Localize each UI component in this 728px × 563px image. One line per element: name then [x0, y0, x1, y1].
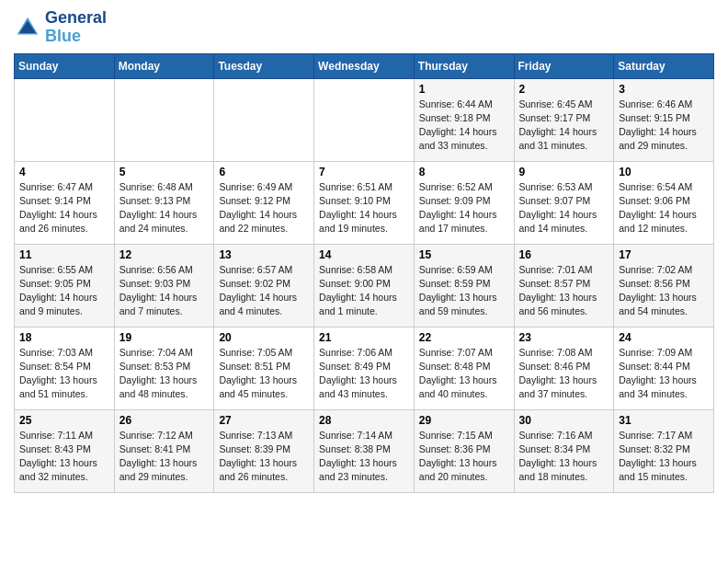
- day-info: Sunrise: 6:55 AM Sunset: 9:05 PM Dayligh…: [19, 263, 109, 319]
- weekday-header-row: SundayMondayTuesdayWednesdayThursdayFrid…: [15, 53, 714, 78]
- calendar-cell: 24Sunrise: 7:09 AM Sunset: 8:44 PM Dayli…: [614, 327, 714, 409]
- day-info: Sunrise: 6:49 AM Sunset: 9:12 PM Dayligh…: [219, 180, 309, 236]
- calendar-cell: [114, 78, 214, 161]
- day-info: Sunrise: 7:12 AM Sunset: 8:41 PM Dayligh…: [119, 429, 210, 485]
- day-number: 10: [619, 166, 709, 178]
- calendar-cell: 2Sunrise: 6:45 AM Sunset: 9:17 PM Daylig…: [514, 78, 614, 161]
- day-info: Sunrise: 6:54 AM Sunset: 9:06 PM Dayligh…: [619, 180, 709, 236]
- weekday-tuesday: Tuesday: [214, 53, 314, 78]
- calendar-cell: 31Sunrise: 7:17 AM Sunset: 8:32 PM Dayli…: [614, 409, 714, 492]
- day-info: Sunrise: 7:16 AM Sunset: 8:34 PM Dayligh…: [519, 429, 609, 485]
- calendar-cell: 1Sunrise: 6:44 AM Sunset: 9:18 PM Daylig…: [414, 78, 514, 161]
- calendar-cell: 16Sunrise: 7:01 AM Sunset: 8:57 PM Dayli…: [514, 244, 614, 327]
- day-number: 3: [619, 83, 709, 96]
- calendar-cell: 27Sunrise: 7:13 AM Sunset: 8:39 PM Dayli…: [214, 409, 314, 492]
- calendar-cell: 4Sunrise: 6:47 AM Sunset: 9:14 PM Daylig…: [15, 161, 115, 244]
- calendar-cell: 28Sunrise: 7:14 AM Sunset: 8:38 PM Dayli…: [314, 409, 415, 492]
- day-number: 22: [419, 331, 509, 344]
- day-number: 15: [419, 248, 509, 261]
- calendar-cell: 23Sunrise: 7:08 AM Sunset: 8:46 PM Dayli…: [514, 327, 614, 409]
- day-number: 30: [519, 414, 609, 427]
- day-info: Sunrise: 7:05 AM Sunset: 8:51 PM Dayligh…: [219, 346, 309, 402]
- calendar-cell: 25Sunrise: 7:11 AM Sunset: 8:43 PM Dayli…: [15, 409, 115, 492]
- day-number: 4: [19, 166, 109, 178]
- day-number: 8: [419, 166, 509, 178]
- day-info: Sunrise: 6:53 AM Sunset: 9:07 PM Dayligh…: [519, 180, 609, 236]
- calendar-cell: 20Sunrise: 7:05 AM Sunset: 8:51 PM Dayli…: [214, 327, 314, 409]
- day-number: 9: [519, 166, 609, 178]
- day-info: Sunrise: 6:47 AM Sunset: 9:14 PM Dayligh…: [19, 180, 109, 236]
- calendar-cell: 14Sunrise: 6:58 AM Sunset: 9:00 PM Dayli…: [314, 244, 415, 327]
- calendar-cell: 22Sunrise: 7:07 AM Sunset: 8:48 PM Dayli…: [414, 327, 514, 409]
- day-number: 31: [619, 414, 709, 427]
- day-number: 26: [119, 414, 210, 427]
- day-info: Sunrise: 7:08 AM Sunset: 8:46 PM Dayligh…: [519, 346, 609, 402]
- day-number: 19: [119, 331, 210, 344]
- calendar-cell: 29Sunrise: 7:15 AM Sunset: 8:36 PM Dayli…: [414, 409, 514, 492]
- calendar-cell: 26Sunrise: 7:12 AM Sunset: 8:41 PM Dayli…: [114, 409, 214, 492]
- weekday-monday: Monday: [114, 53, 214, 78]
- calendar-cell: 18Sunrise: 7:03 AM Sunset: 8:54 PM Dayli…: [15, 327, 115, 409]
- day-number: 18: [19, 331, 109, 344]
- day-info: Sunrise: 6:44 AM Sunset: 9:18 PM Dayligh…: [419, 98, 509, 154]
- day-number: 25: [19, 414, 109, 427]
- day-number: 12: [119, 248, 210, 261]
- day-number: 17: [619, 248, 709, 261]
- day-number: 14: [319, 248, 409, 261]
- day-info: Sunrise: 6:48 AM Sunset: 9:13 PM Dayligh…: [119, 180, 210, 236]
- week-row-2: 4Sunrise: 6:47 AM Sunset: 9:14 PM Daylig…: [15, 161, 714, 244]
- weekday-wednesday: Wednesday: [314, 53, 415, 78]
- day-number: 21: [319, 331, 409, 344]
- day-number: 29: [419, 414, 509, 427]
- day-info: Sunrise: 7:09 AM Sunset: 8:44 PM Dayligh…: [619, 346, 709, 402]
- calendar-body: 1Sunrise: 6:44 AM Sunset: 9:18 PM Daylig…: [15, 78, 714, 492]
- day-info: Sunrise: 7:06 AM Sunset: 8:49 PM Dayligh…: [319, 346, 409, 402]
- calendar-cell: 13Sunrise: 6:57 AM Sunset: 9:02 PM Dayli…: [214, 244, 314, 327]
- calendar-cell: 7Sunrise: 6:51 AM Sunset: 9:10 PM Daylig…: [314, 161, 415, 244]
- week-row-1: 1Sunrise: 6:44 AM Sunset: 9:18 PM Daylig…: [15, 78, 714, 161]
- day-number: 2: [519, 83, 609, 96]
- day-info: Sunrise: 7:04 AM Sunset: 8:53 PM Dayligh…: [119, 346, 210, 402]
- weekday-thursday: Thursday: [414, 53, 514, 78]
- day-info: Sunrise: 6:46 AM Sunset: 9:15 PM Dayligh…: [619, 98, 709, 154]
- calendar-cell: 8Sunrise: 6:52 AM Sunset: 9:09 PM Daylig…: [414, 161, 514, 244]
- calendar-cell: 5Sunrise: 6:48 AM Sunset: 9:13 PM Daylig…: [114, 161, 214, 244]
- calendar-cell: 9Sunrise: 6:53 AM Sunset: 9:07 PM Daylig…: [514, 161, 614, 244]
- calendar-cell: 15Sunrise: 6:59 AM Sunset: 8:59 PM Dayli…: [414, 244, 514, 327]
- page-header: General Blue: [14, 9, 714, 46]
- calendar-cell: 12Sunrise: 6:56 AM Sunset: 9:03 PM Dayli…: [114, 244, 214, 327]
- day-info: Sunrise: 6:45 AM Sunset: 9:17 PM Dayligh…: [519, 98, 609, 154]
- calendar-cell: [214, 78, 314, 161]
- calendar-cell: 21Sunrise: 7:06 AM Sunset: 8:49 PM Dayli…: [314, 327, 415, 409]
- day-number: 5: [119, 166, 210, 178]
- day-number: 11: [19, 248, 109, 261]
- weekday-saturday: Saturday: [614, 53, 714, 78]
- calendar-cell: 17Sunrise: 7:02 AM Sunset: 8:56 PM Dayli…: [614, 244, 714, 327]
- logo-text: General Blue: [45, 9, 107, 46]
- logo-icon: [14, 14, 41, 41]
- day-number: 28: [319, 414, 409, 427]
- day-info: Sunrise: 7:02 AM Sunset: 8:56 PM Dayligh…: [619, 263, 709, 319]
- calendar-cell: 10Sunrise: 6:54 AM Sunset: 9:06 PM Dayli…: [614, 161, 714, 244]
- week-row-5: 25Sunrise: 7:11 AM Sunset: 8:43 PM Dayli…: [15, 409, 714, 492]
- day-info: Sunrise: 6:51 AM Sunset: 9:10 PM Dayligh…: [319, 180, 409, 236]
- day-number: 6: [219, 166, 309, 178]
- day-info: Sunrise: 6:52 AM Sunset: 9:09 PM Dayligh…: [419, 180, 509, 236]
- day-info: Sunrise: 7:11 AM Sunset: 8:43 PM Dayligh…: [19, 429, 109, 485]
- weekday-sunday: Sunday: [15, 53, 115, 78]
- day-info: Sunrise: 7:13 AM Sunset: 8:39 PM Dayligh…: [219, 429, 309, 485]
- day-info: Sunrise: 7:07 AM Sunset: 8:48 PM Dayligh…: [419, 346, 509, 402]
- calendar-cell: [314, 78, 415, 161]
- calendar-cell: 6Sunrise: 6:49 AM Sunset: 9:12 PM Daylig…: [214, 161, 314, 244]
- day-number: 23: [519, 331, 609, 344]
- weekday-friday: Friday: [514, 53, 614, 78]
- day-info: Sunrise: 6:57 AM Sunset: 9:02 PM Dayligh…: [219, 263, 309, 319]
- day-info: Sunrise: 6:59 AM Sunset: 8:59 PM Dayligh…: [419, 263, 509, 319]
- day-info: Sunrise: 6:58 AM Sunset: 9:00 PM Dayligh…: [319, 263, 409, 319]
- day-number: 27: [219, 414, 309, 427]
- week-row-3: 11Sunrise: 6:55 AM Sunset: 9:05 PM Dayli…: [15, 244, 714, 327]
- calendar-cell: 19Sunrise: 7:04 AM Sunset: 8:53 PM Dayli…: [114, 327, 214, 409]
- calendar-cell: 30Sunrise: 7:16 AM Sunset: 8:34 PM Dayli…: [514, 409, 614, 492]
- calendar-cell: [15, 78, 115, 161]
- day-number: 13: [219, 248, 309, 261]
